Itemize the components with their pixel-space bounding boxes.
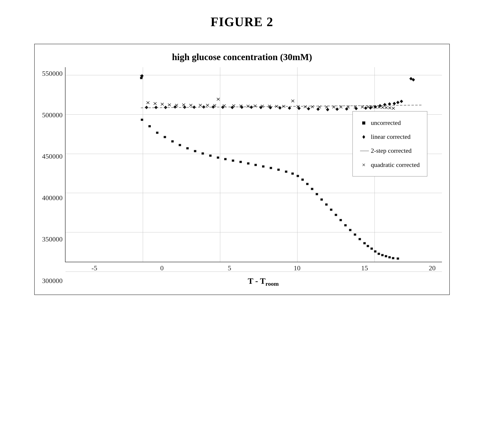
svg-rect-40	[378, 253, 380, 255]
svg-rect-37	[367, 245, 369, 247]
x-label-20: 20	[422, 264, 442, 272]
svg-rect-14	[240, 161, 242, 163]
legend-label-uncorrected: uncorrected	[371, 116, 401, 130]
legend-symbol-quadratic: ×	[360, 158, 367, 172]
x-axis-title: T - Troom	[248, 276, 279, 287]
svg-rect-21	[291, 173, 294, 175]
svg-rect-5	[171, 140, 174, 142]
x-label-5: 5	[220, 264, 239, 272]
chart-plot: ■ uncorrected ♦ linear corrected —— 2-st…	[65, 67, 442, 262]
svg-rect-32	[344, 224, 347, 226]
x-axis-area: -5 0 5 10 15 20 T - Troom	[85, 262, 442, 287]
x-label-0: 0	[152, 264, 172, 272]
svg-rect-13	[232, 160, 234, 162]
legend-symbol-linear: ♦	[360, 130, 367, 144]
svg-marker-78	[400, 100, 403, 103]
svg-rect-22	[297, 175, 299, 177]
svg-marker-68	[345, 107, 348, 111]
svg-rect-8	[194, 150, 196, 152]
x-axis-labels: -5 0 5 10 15 20	[85, 262, 442, 272]
svg-rect-10	[209, 154, 212, 157]
svg-rect-36	[363, 242, 366, 244]
svg-rect-17	[262, 165, 264, 168]
svg-marker-77	[396, 101, 400, 104]
svg-rect-11	[217, 156, 219, 159]
svg-rect-41	[381, 254, 384, 256]
y-label-550000: 550000	[42, 70, 63, 77]
legend-item-linear: ♦ linear corrected	[360, 130, 420, 144]
svg-rect-44	[392, 257, 394, 259]
svg-rect-25	[311, 188, 313, 190]
svg-rect-24	[306, 183, 308, 185]
svg-rect-31	[340, 219, 342, 221]
svg-rect-33	[349, 229, 352, 231]
legend: ■ uncorrected ♦ linear corrected —— 2-st…	[352, 111, 427, 176]
svg-marker-64	[307, 107, 310, 110]
svg-rect-28	[325, 203, 328, 206]
svg-rect-27	[320, 198, 323, 201]
svg-rect-16	[254, 164, 257, 166]
svg-rect-12	[224, 158, 227, 160]
svg-rect-26	[316, 193, 318, 195]
grid-h-300000	[66, 272, 442, 272]
svg-rect-15	[247, 162, 250, 164]
svg-rect-6	[179, 144, 181, 146]
svg-rect-29	[330, 209, 332, 211]
svg-rect-42	[385, 255, 387, 257]
svg-rect-2	[148, 125, 151, 127]
svg-marker-76	[393, 102, 396, 105]
y-label-500000: 500000	[42, 111, 63, 119]
figure-title: FIGURE 2	[210, 15, 273, 29]
legend-item-uncorrected: ■ uncorrected	[360, 116, 420, 130]
x-label-10: 10	[287, 264, 307, 272]
legend-label-2step: 2-step corrected	[371, 144, 412, 158]
svg-rect-39	[374, 250, 376, 252]
svg-rect-38	[371, 248, 373, 250]
chart-title: high glucose concentration (30mM)	[42, 52, 442, 62]
svg-rect-43	[388, 256, 391, 258]
svg-rect-19	[277, 169, 280, 171]
svg-rect-30	[335, 214, 337, 216]
x-label-15: 15	[355, 264, 374, 272]
y-axis-labels: 550000 500000 450000 400000 350000 30000…	[42, 67, 65, 287]
svg-rect-34	[354, 233, 356, 236]
legend-item-quadratic: × quadratic corrected	[360, 158, 420, 172]
svg-marker-74	[383, 103, 386, 106]
svg-rect-20	[285, 171, 287, 173]
svg-marker-58	[250, 106, 253, 109]
chart-outer: high glucose concentration (30mM) 550000…	[34, 44, 450, 295]
svg-marker-65	[316, 108, 320, 111]
y-label-450000: 450000	[42, 153, 63, 160]
svg-rect-45	[397, 258, 399, 260]
svg-rect-4	[164, 136, 166, 138]
svg-marker-47	[145, 106, 148, 109]
svg-marker-62	[288, 106, 291, 110]
svg-rect-35	[359, 238, 361, 240]
svg-rect-18	[270, 167, 272, 169]
svg-rect-23	[301, 179, 304, 181]
svg-marker-48	[154, 106, 158, 109]
y-label-300000: 300000	[42, 277, 63, 285]
legend-symbol-2step: ——	[360, 146, 367, 156]
legend-label-linear: linear corrected	[371, 130, 410, 144]
svg-marker-67	[335, 108, 339, 111]
legend-symbol-uncorrected: ■	[360, 116, 367, 130]
svg-rect-3	[156, 132, 158, 134]
svg-marker-53	[202, 105, 205, 109]
svg-marker-63	[297, 107, 301, 110]
x-label-neg5: -5	[85, 264, 104, 272]
svg-rect-7	[186, 147, 189, 149]
legend-item-2step: —— 2-step corrected	[360, 144, 420, 158]
legend-label-quadratic: quadratic corrected	[371, 158, 420, 172]
svg-rect-1	[141, 119, 143, 121]
y-label-400000: 400000	[42, 194, 63, 202]
svg-marker-66	[326, 108, 329, 111]
svg-rect-9	[202, 153, 204, 155]
y-label-350000: 350000	[42, 235, 63, 243]
